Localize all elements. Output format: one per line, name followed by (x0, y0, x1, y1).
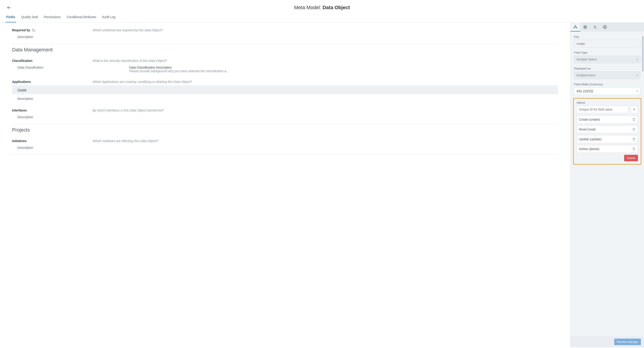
tab-fields[interactable]: Fields (5, 13, 16, 22)
subfield-row[interactable]: Description (12, 34, 558, 40)
field-required-by: Required by Which undefined are required… (12, 26, 558, 40)
field-description: By which Interfaces is this Data Object … (92, 109, 558, 112)
field-initiatives: Initiatives Which Initiatives are affect… (12, 137, 558, 151)
field-description: What is the security classification of t… (92, 59, 558, 63)
field-label: Initiatives (12, 139, 92, 143)
trash-icon[interactable] (632, 118, 636, 121)
main-content: Required by Which undefined are required… (0, 22, 570, 347)
chevron-down-icon: ▾ (636, 90, 638, 93)
values-section: Values + Create (create) Read (read) Upd (573, 98, 641, 165)
plus-icon: + (633, 107, 636, 112)
field-interfaces: Interfaces By which Interfaces is this D… (12, 107, 558, 120)
eye-off-icon (32, 28, 36, 32)
chevron-down-icon: ▾ (636, 74, 638, 77)
trash-icon[interactable] (632, 138, 636, 141)
subfield-secondary-desc: Please provide background why you have s… (129, 69, 558, 73)
subfield-row[interactable]: Data Classification Data Classification … (12, 64, 558, 74)
field-width-label: Field Width (Columns) (574, 83, 640, 86)
field-type-label: Field Type (574, 51, 640, 54)
tab-conditional-attributes[interactable]: Conditional Attributes (66, 13, 97, 22)
review-changes-button[interactable]: Review changes (614, 339, 641, 345)
panel-tab-structure[interactable] (570, 22, 580, 31)
value-item[interactable]: Read (read) (576, 125, 638, 133)
key-label: Key (574, 35, 640, 38)
subfield-row[interactable]: Description (12, 145, 558, 151)
page-title: Meta Model: Data Object (294, 5, 350, 10)
value-item[interactable]: Delete (delete) (576, 145, 638, 153)
value-item[interactable]: Update (update) (576, 135, 638, 143)
back-button[interactable] (7, 5, 12, 10)
page-header: Meta Model: Data Object Fields Quality S… (0, 0, 644, 22)
panel-tab-globe[interactable] (580, 22, 590, 31)
add-value-button[interactable]: + (630, 106, 638, 113)
trash-icon[interactable] (632, 128, 636, 131)
gear-icon (603, 25, 607, 29)
side-panel: Key Field Type Multiple Select ▾ Display… (570, 22, 644, 347)
panel-footer: Review changes (570, 336, 644, 347)
structure-icon (573, 25, 577, 29)
scrollbar-thumb[interactable] (642, 36, 644, 72)
field-description: Which Initiatives are affecting this Dat… (92, 139, 558, 143)
field-label: Applications (12, 80, 92, 84)
tab-audit-log[interactable]: Audit Log (101, 13, 116, 22)
section-heading-data-management: Data Management (12, 47, 558, 53)
panel-tab-settings[interactable] (600, 22, 610, 31)
field-label: Classification (12, 59, 92, 63)
field-classification: Classification What is the security clas… (12, 57, 558, 74)
svg-point-8 (604, 26, 606, 28)
subfield-row[interactable]: Description (12, 114, 558, 120)
field-description: Which Applications are creating, modifyi… (92, 80, 558, 84)
svg-rect-4 (576, 27, 577, 28)
tab-permissions[interactable]: Permissions (43, 13, 62, 22)
field-applications: Applications Which Applications are crea… (12, 78, 558, 102)
delete-button[interactable]: Delete (624, 155, 638, 161)
subfield-row-usage[interactable]: Usage (12, 85, 558, 94)
svg-rect-3 (574, 27, 575, 28)
field-width-select[interactable]: XXL (12/12) ▾ (574, 87, 640, 95)
subfield-secondary-title: Data Classification Description (129, 66, 558, 69)
value-item[interactable]: Create (create) (576, 116, 638, 124)
chevron-down-icon: ▾ (636, 58, 638, 61)
panel-tabs (570, 22, 644, 31)
globe-icon (583, 25, 587, 29)
field-label: Required by (12, 28, 92, 32)
field-type-select[interactable]: Multiple Select ▾ (574, 56, 640, 63)
displayed-as-label: Displayed as (574, 67, 640, 70)
value-id-input[interactable] (576, 106, 628, 113)
displayed-as-select[interactable]: Multipleselect ▾ (574, 71, 640, 79)
field-label: Interfaces (12, 109, 92, 112)
trash-icon[interactable] (632, 148, 636, 151)
key-input (574, 40, 640, 47)
sort-icon (593, 25, 597, 29)
panel-tab-sort[interactable] (590, 22, 600, 31)
arrow-left-icon (7, 5, 12, 10)
svg-point-2 (575, 25, 576, 26)
subfield-row[interactable]: Description (12, 96, 558, 102)
header-tabs: Fields Quality Seal Permissions Conditio… (0, 13, 644, 22)
values-label: Values (576, 101, 638, 104)
field-description: Which undefined are required by this Dat… (92, 28, 558, 32)
tab-quality-seal[interactable]: Quality Seal (20, 13, 39, 22)
section-heading-projects: Projects (12, 127, 558, 133)
